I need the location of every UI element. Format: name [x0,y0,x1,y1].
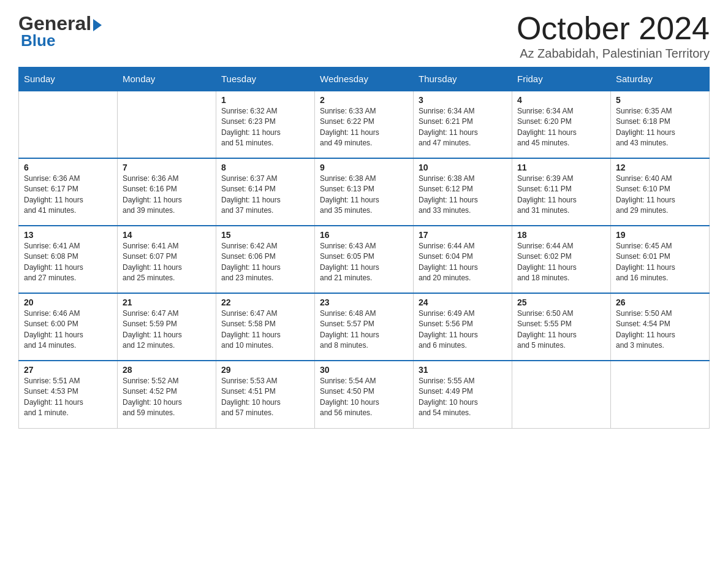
day-number: 12 [616,163,704,172]
day-number: 4 [517,95,605,105]
calendar-cell: 7Sunrise: 6:36 AM Sunset: 6:16 PM Daylig… [118,158,216,226]
day-info: Sunrise: 5:53 AM Sunset: 4:51 PM Dayligh… [221,376,309,419]
calendar-cell: 17Sunrise: 6:44 AM Sunset: 6:04 PM Dayli… [414,226,512,293]
day-number: 29 [221,365,309,375]
logo-arrow-icon [93,19,102,31]
day-number: 31 [419,365,507,375]
day-number: 21 [123,297,211,307]
calendar-cell: 3Sunrise: 6:34 AM Sunset: 6:21 PM Daylig… [414,91,512,158]
calendar-cell: 1Sunrise: 6:32 AM Sunset: 6:23 PM Daylig… [216,91,315,158]
day-number: 15 [221,230,309,240]
day-info: Sunrise: 6:43 AM Sunset: 6:05 PM Dayligh… [320,241,408,284]
calendar-cell [19,91,118,158]
calendar-table: SundayMondayTuesdayWednesdayThursdayFrid… [18,67,710,429]
day-number: 2 [320,95,408,105]
day-info: Sunrise: 6:47 AM Sunset: 5:59 PM Dayligh… [123,308,211,351]
day-number: 3 [419,95,507,105]
calendar-cell: 2Sunrise: 6:33 AM Sunset: 6:22 PM Daylig… [315,91,414,158]
calendar-cell [118,91,216,158]
day-info: Sunrise: 5:52 AM Sunset: 4:52 PM Dayligh… [123,376,211,419]
day-info: Sunrise: 6:48 AM Sunset: 5:57 PM Dayligh… [320,308,408,351]
day-info: Sunrise: 6:38 AM Sunset: 6:13 PM Dayligh… [320,174,408,216]
day-number: 10 [419,163,507,172]
day-number: 6 [24,163,112,172]
day-info: Sunrise: 6:33 AM Sunset: 6:22 PM Dayligh… [320,106,408,149]
month-title: October 2024 [517,12,710,44]
day-info: Sunrise: 6:46 AM Sunset: 6:00 PM Dayligh… [24,308,112,351]
day-number: 9 [320,163,408,172]
calendar-cell: 25Sunrise: 6:50 AM Sunset: 5:55 PM Dayli… [512,293,611,361]
day-number: 17 [419,230,507,240]
calendar-cell: 12Sunrise: 6:40 AM Sunset: 6:10 PM Dayli… [611,158,710,226]
weekday-header-wednesday: Wednesday [315,67,414,91]
day-number: 8 [221,163,309,172]
calendar-cell: 23Sunrise: 6:48 AM Sunset: 5:57 PM Dayli… [315,293,414,361]
calendar-cell: 29Sunrise: 5:53 AM Sunset: 4:51 PM Dayli… [216,361,315,428]
day-info: Sunrise: 6:44 AM Sunset: 6:04 PM Dayligh… [419,241,507,284]
calendar-cell: 19Sunrise: 6:45 AM Sunset: 6:01 PM Dayli… [611,226,710,293]
day-number: 16 [320,230,408,240]
day-number: 1 [221,95,309,105]
calendar-cell: 22Sunrise: 6:47 AM Sunset: 5:58 PM Dayli… [216,293,315,361]
day-number: 7 [123,163,211,172]
location-subtitle: Az Zababidah, Palestinian Territory [517,47,710,61]
calendar-cell: 10Sunrise: 6:38 AM Sunset: 6:12 PM Dayli… [414,158,512,226]
week-row-3: 13Sunrise: 6:41 AM Sunset: 6:08 PM Dayli… [19,226,710,293]
day-info: Sunrise: 6:36 AM Sunset: 6:17 PM Dayligh… [24,174,112,216]
day-number: 14 [123,230,211,240]
day-info: Sunrise: 6:36 AM Sunset: 6:16 PM Dayligh… [123,174,211,216]
day-number: 11 [517,163,605,172]
week-row-5: 27Sunrise: 5:51 AM Sunset: 4:53 PM Dayli… [19,361,710,428]
title-section: October 2024 Az Zababidah, Palestinian T… [517,12,710,61]
day-number: 13 [24,230,112,240]
day-info: Sunrise: 6:32 AM Sunset: 6:23 PM Dayligh… [221,106,309,149]
week-row-1: 1Sunrise: 6:32 AM Sunset: 6:23 PM Daylig… [19,91,710,158]
calendar-cell [611,361,710,428]
day-number: 19 [616,230,704,240]
week-row-2: 6Sunrise: 6:36 AM Sunset: 6:17 PM Daylig… [19,158,710,226]
day-info: Sunrise: 6:35 AM Sunset: 6:18 PM Dayligh… [616,106,704,149]
day-number: 23 [320,297,408,307]
calendar-cell: 27Sunrise: 5:51 AM Sunset: 4:53 PM Dayli… [19,361,118,428]
weekday-header-friday: Friday [512,67,611,91]
day-number: 26 [616,297,704,307]
calendar-cell: 15Sunrise: 6:42 AM Sunset: 6:06 PM Dayli… [216,226,315,293]
day-info: Sunrise: 6:40 AM Sunset: 6:10 PM Dayligh… [616,174,704,216]
day-info: Sunrise: 6:50 AM Sunset: 5:55 PM Dayligh… [517,308,605,351]
weekday-header-saturday: Saturday [611,67,710,91]
day-info: Sunrise: 6:34 AM Sunset: 6:21 PM Dayligh… [419,106,507,149]
calendar-cell: 16Sunrise: 6:43 AM Sunset: 6:05 PM Dayli… [315,226,414,293]
day-info: Sunrise: 6:41 AM Sunset: 6:08 PM Dayligh… [24,241,112,284]
day-info: Sunrise: 6:47 AM Sunset: 5:58 PM Dayligh… [221,308,309,351]
calendar-cell: 30Sunrise: 5:54 AM Sunset: 4:50 PM Dayli… [315,361,414,428]
day-info: Sunrise: 5:51 AM Sunset: 4:53 PM Dayligh… [24,376,112,419]
page-header: General Blue October 2024 Az Zababidah, … [18,12,710,61]
day-info: Sunrise: 5:50 AM Sunset: 4:54 PM Dayligh… [616,308,704,351]
weekday-header-row: SundayMondayTuesdayWednesdayThursdayFrid… [19,67,710,91]
calendar-cell: 5Sunrise: 6:35 AM Sunset: 6:18 PM Daylig… [611,91,710,158]
day-number: 25 [517,297,605,307]
day-info: Sunrise: 6:41 AM Sunset: 6:07 PM Dayligh… [123,241,211,284]
calendar-cell: 4Sunrise: 6:34 AM Sunset: 6:20 PM Daylig… [512,91,611,158]
calendar-cell: 24Sunrise: 6:49 AM Sunset: 5:56 PM Dayli… [414,293,512,361]
day-number: 5 [616,95,704,105]
day-number: 27 [24,365,112,375]
day-number: 22 [221,297,309,307]
day-info: Sunrise: 6:45 AM Sunset: 6:01 PM Dayligh… [616,241,704,284]
day-info: Sunrise: 6:37 AM Sunset: 6:14 PM Dayligh… [221,174,309,216]
calendar-cell: 8Sunrise: 6:37 AM Sunset: 6:14 PM Daylig… [216,158,315,226]
day-info: Sunrise: 6:39 AM Sunset: 6:11 PM Dayligh… [517,174,605,216]
calendar-cell: 11Sunrise: 6:39 AM Sunset: 6:11 PM Dayli… [512,158,611,226]
day-info: Sunrise: 6:34 AM Sunset: 6:20 PM Dayligh… [517,106,605,149]
weekday-header-thursday: Thursday [414,67,512,91]
day-info: Sunrise: 6:42 AM Sunset: 6:06 PM Dayligh… [221,241,309,284]
weekday-header-monday: Monday [118,67,216,91]
day-number: 20 [24,297,112,307]
week-row-4: 20Sunrise: 6:46 AM Sunset: 6:00 PM Dayli… [19,293,710,361]
calendar-cell: 18Sunrise: 6:44 AM Sunset: 6:02 PM Dayli… [512,226,611,293]
day-number: 30 [320,365,408,375]
logo: General Blue [18,12,102,50]
weekday-header-sunday: Sunday [19,67,118,91]
calendar-cell: 13Sunrise: 6:41 AM Sunset: 6:08 PM Dayli… [19,226,118,293]
day-info: Sunrise: 6:44 AM Sunset: 6:02 PM Dayligh… [517,241,605,284]
